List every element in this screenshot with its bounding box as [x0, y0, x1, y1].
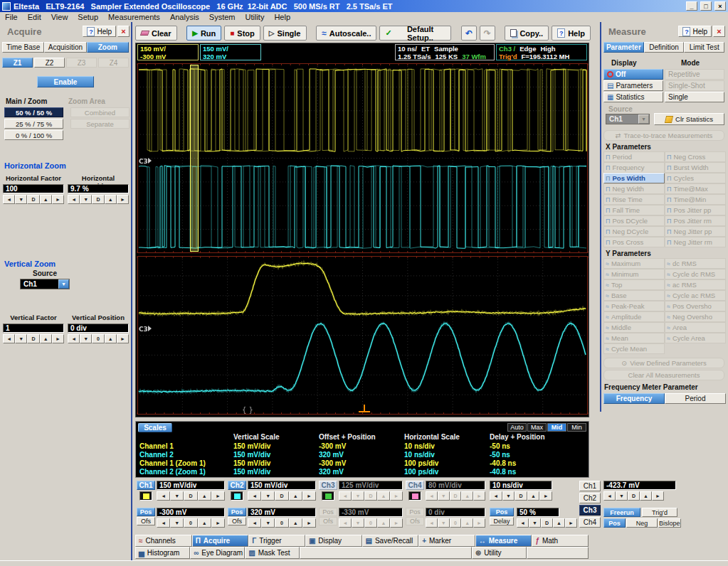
trigger-slope-button[interactable]: Bislope	[658, 518, 681, 528]
trigger-source-button[interactable]: Ch4	[579, 517, 601, 528]
spinner-button[interactable]: ◄	[157, 518, 170, 528]
delay-button[interactable]: Delay	[490, 517, 514, 525]
spinner-button[interactable]: D	[515, 491, 527, 501]
zoom-select-button[interactable]: Z4	[98, 58, 129, 68]
vertical-zoom-source-dropdown[interactable]: Ch1 ▼	[20, 279, 70, 289]
scales-size-button[interactable]: Max	[527, 423, 547, 432]
spinner-button[interactable]: ▲	[527, 491, 540, 501]
bottom-tab[interactable]: ▨ Mask Test	[245, 547, 300, 559]
spinner-button[interactable]: D	[184, 491, 197, 501]
spinner-button[interactable]: ▲	[105, 195, 117, 204]
display-parameters-button[interactable]: ▤ Parameters	[603, 80, 663, 91]
spinner-button[interactable]: ▼	[15, 195, 27, 204]
channel1-button[interactable]: Ch1	[137, 481, 155, 490]
bottom-tab[interactable]: ▣ Display	[305, 535, 362, 547]
spinner-button[interactable]: ▲	[40, 334, 52, 343]
spinner-button[interactable]: ◄	[3, 195, 15, 204]
scales-size-button[interactable]: Mid	[547, 423, 566, 432]
clear-button[interactable]: Clear	[135, 26, 177, 41]
bottom-tab[interactable]: ∞ Eye Diagram	[190, 547, 245, 559]
channel2-scale-value[interactable]: 150 mV/div	[248, 481, 316, 490]
spinner-button[interactable]: ▲	[553, 518, 565, 528]
default-setup-button[interactable]: ✓ Default Setup..	[379, 26, 451, 41]
spinner-button[interactable]: ▼	[170, 491, 184, 501]
spinner-button[interactable]: ▼	[616, 491, 628, 501]
bottom-tab[interactable]: ≈ Channels	[135, 535, 192, 547]
channel1-position-value[interactable]: -300 mV	[157, 508, 225, 517]
spinner-button[interactable]: ▲	[640, 491, 652, 501]
spinner-button[interactable]: ►	[117, 195, 129, 204]
waveform-display[interactable]	[137, 63, 589, 417]
channel1-color-swatch[interactable]	[139, 491, 152, 501]
spinner-button[interactable]: 0	[275, 518, 288, 528]
zoom-area-option[interactable]: Separate	[70, 119, 130, 129]
measure-tab[interactable]: Limit Test	[684, 42, 724, 53]
spinner-button[interactable]: D	[92, 195, 104, 204]
acquire-tab[interactable]: Time Base	[2, 42, 44, 53]
bottom-tab[interactable]: Γ Trigger	[248, 535, 305, 547]
measure-help-button[interactable]: ? Help	[678, 26, 712, 37]
spinner-button[interactable]: ▲	[198, 491, 211, 501]
spinner-button[interactable]: D	[628, 491, 640, 501]
channel2-position-value[interactable]: 320 mV	[248, 508, 316, 517]
spinner-button[interactable]: ►	[52, 334, 64, 343]
bottom-tab-utility[interactable]: ⊛ Utility	[472, 547, 527, 559]
menu-item[interactable]: Measurements	[103, 13, 165, 21]
vertical-factor-value[interactable]: 1	[3, 324, 64, 333]
frequency-meter-button[interactable]: Period	[665, 393, 726, 404]
close-button[interactable]: ×	[714, 1, 726, 11]
menu-item[interactable]: Help	[269, 13, 295, 21]
spinner-button[interactable]: ►	[117, 334, 129, 343]
spinner-button[interactable]: ►	[565, 518, 577, 528]
mode-single-button[interactable]: Single	[665, 92, 724, 102]
horizontal-factor-value[interactable]: 100	[3, 184, 64, 193]
spinner-button[interactable]: ▼	[15, 334, 27, 343]
menu-item[interactable]: Setup	[73, 13, 103, 21]
zoom-area-option[interactable]: Combined	[70, 107, 130, 117]
channel1-pos-button[interactable]: Pos	[137, 508, 155, 516]
spinner-button[interactable]: ▼	[80, 334, 92, 343]
spinner-button[interactable]: ▼	[80, 195, 92, 204]
channel1-scale-value[interactable]: 150 mV/div	[157, 481, 225, 490]
enable-button[interactable]: Enable	[37, 76, 94, 87]
bottom-tab[interactable]: ▅ Histogram	[135, 547, 190, 559]
scales-size-button[interactable]: Min	[567, 423, 586, 432]
zoom-select-button[interactable]: Z2	[34, 58, 65, 68]
scales-size-button[interactable]: Auto	[507, 423, 527, 432]
spinner-button[interactable]: ▼	[261, 491, 275, 501]
menu-item[interactable]: System	[204, 13, 241, 21]
spinner-button[interactable]: ►	[211, 518, 225, 528]
spinner-button[interactable]: ▲	[198, 518, 211, 528]
maximize-button[interactable]: □	[700, 1, 712, 11]
spinner-button[interactable]: ◄	[248, 518, 261, 528]
channel2-ofs-button[interactable]: Ofs	[228, 517, 246, 525]
measure-tab[interactable]: Parameter	[603, 42, 644, 53]
main-zoom-option[interactable]: 0 % / 100 %	[4, 130, 63, 140]
spinner-button[interactable]: ◄	[490, 491, 502, 501]
menu-item[interactable]: Utility	[241, 13, 270, 21]
autoscale-button[interactable]: ≈ Autoscale..	[316, 26, 376, 41]
spinner-button[interactable]: ▲	[105, 334, 117, 343]
bottom-tab[interactable]: ↔ Measure	[475, 535, 532, 547]
scales-button[interactable]: Scales	[138, 423, 172, 432]
run-button[interactable]: ▶ Run	[186, 26, 221, 41]
acquire-tab[interactable]: Zoom	[87, 42, 129, 53]
menu-item[interactable]: Analysis	[165, 13, 204, 21]
spinner-button[interactable]: ►	[211, 491, 225, 501]
spinner-button[interactable]: ▼	[502, 491, 515, 501]
acquire-tab[interactable]: Acquisition	[44, 42, 86, 53]
spinner-button[interactable]: D	[27, 195, 39, 204]
spinner-button[interactable]: 0	[92, 334, 104, 343]
spinner-button[interactable]: ▲	[40, 195, 52, 204]
spinner-button[interactable]: ▼	[529, 518, 541, 528]
single-button[interactable]: ▷ Single	[263, 26, 307, 41]
delay-value[interactable]: 50 %	[517, 508, 559, 517]
spinner-button[interactable]: D	[541, 518, 553, 528]
timebase-readout[interactable]: 10 ns/ ET Sample 1.25 TSa/s 125 KS 37 Wf…	[395, 44, 495, 60]
spinner-button[interactable]: ◄	[68, 334, 80, 343]
channel1-readout[interactable]: 150 mV/ -300 mV	[137, 44, 199, 60]
spinner-button[interactable]: ▼	[261, 518, 275, 528]
spinner-button[interactable]: ►	[302, 491, 316, 501]
main-zoom-option[interactable]: 50 % / 50 %	[4, 107, 63, 117]
channel2-readout[interactable]: 150 mV/ 320 mV	[200, 44, 261, 60]
